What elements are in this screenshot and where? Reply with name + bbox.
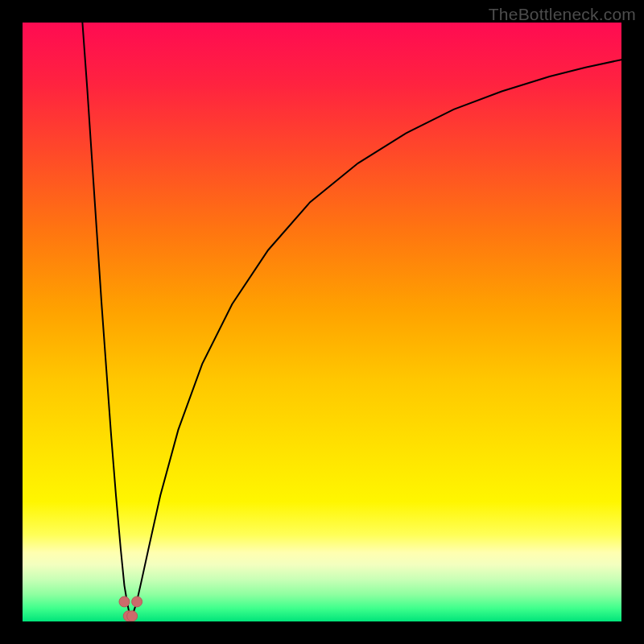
marker-dot	[132, 597, 142, 607]
watermark-text: TheBottleneck.com	[489, 5, 636, 24]
chart-frame: TheBottleneck.com	[0, 0, 644, 644]
marker-dot	[127, 611, 138, 621]
plot-area	[23, 23, 621, 621]
plot-svg	[23, 23, 621, 621]
gradient-bg	[23, 23, 621, 621]
marker-dot	[119, 597, 130, 607]
